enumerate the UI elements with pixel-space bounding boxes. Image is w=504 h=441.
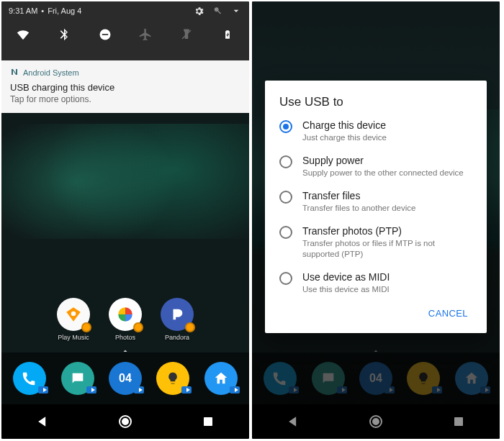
radio-icon[interactable] — [279, 226, 292, 239]
usb-option-midi[interactable]: Use device as MIDI Use this device as MI… — [279, 271, 472, 295]
qs-wifi-icon[interactable] — [14, 26, 32, 43]
notification-title: USB charging this device — [10, 82, 240, 93]
notification-shade-header[interactable]: 9:31 AM • Fri, Aug 4 — [1, 1, 249, 60]
dock-calendar-icon[interactable]: 04 — [109, 362, 142, 395]
option-title: Transfer files — [302, 190, 415, 201]
usb-option-ptp[interactable]: Transfer photos (PTP) Transfer photos or… — [279, 225, 472, 260]
android-n-icon — [10, 66, 19, 79]
notification-card[interactable]: Android System USB charging this device … — [1, 60, 249, 113]
qs-battery-icon[interactable] — [219, 26, 236, 43]
option-title: Charge this device — [302, 119, 387, 131]
option-title: Transfer photos (PTP) — [302, 225, 472, 237]
radio-icon[interactable] — [279, 272, 292, 285]
radio-icon[interactable] — [279, 191, 292, 204]
usb-option-supply-power[interactable]: Supply power Supply power to the other c… — [279, 155, 472, 178]
dock-ideas-icon[interactable] — [156, 362, 189, 395]
nav-home-icon[interactable] — [115, 412, 135, 432]
svg-rect-1 — [102, 34, 107, 35]
option-title: Supply power — [302, 155, 464, 166]
aurora — [1, 124, 249, 239]
settings-gear-icon[interactable] — [194, 6, 204, 17]
cancel-button[interactable]: CANCEL — [424, 302, 472, 324]
notification-subtitle: Tap for more options. — [10, 94, 240, 104]
expand-chevron-icon[interactable] — [230, 5, 242, 17]
qs-dnd-icon[interactable] — [96, 26, 114, 43]
app-pandora[interactable]: Pandora — [161, 298, 194, 341]
option-subtitle: Transfer files to another device — [302, 203, 415, 214]
phone-right: 9:31 04 Use USB to Charge this device Ju… — [252, 1, 500, 439]
svg-point-5 — [122, 419, 128, 424]
status-time: 9:31 AM — [9, 6, 37, 15]
radio-icon[interactable] — [279, 155, 292, 168]
wrench-icon — [213, 6, 222, 15]
usb-option-charge[interactable]: Charge this device Just charge this devi… — [279, 119, 472, 143]
dock-home-icon[interactable] — [204, 362, 238, 395]
calendar-day: 04 — [119, 372, 132, 385]
dock: 04 — [1, 353, 249, 404]
navigation-bar — [1, 404, 249, 439]
qs-bluetooth-icon[interactable] — [55, 26, 73, 43]
home-app-row: Play Music Photos Pandora — [1, 298, 249, 341]
svg-point-3 — [71, 312, 76, 317]
nav-recents-icon[interactable] — [198, 412, 218, 432]
quick-settings-row — [1, 20, 249, 43]
usb-option-transfer-files[interactable]: Transfer files Transfer files to another… — [279, 190, 472, 214]
qs-flashlight-icon[interactable] — [178, 26, 195, 43]
notification-app-name: Android System — [23, 68, 79, 77]
phone-left: 9:31 AM • Fri, Aug 4 — [1, 1, 249, 439]
status-bar: 9:31 AM • Fri, Aug 4 — [1, 1, 249, 20]
dock-phone-icon[interactable] — [13, 362, 46, 395]
status-separator: • — [41, 6, 44, 15]
svg-rect-6 — [204, 417, 212, 426]
option-subtitle: Use this device as MIDI — [302, 284, 390, 295]
app-photos[interactable]: Photos — [109, 298, 142, 341]
qs-airplane-icon[interactable] — [137, 26, 154, 43]
option-subtitle: Supply power to the other connected devi… — [302, 168, 464, 178]
dialog-title: Use USB to — [279, 95, 472, 109]
usb-dialog: Use USB to Charge this device Just charg… — [265, 81, 487, 333]
option-subtitle: Just charge this device — [302, 132, 387, 143]
app-label: Play Music — [58, 334, 89, 341]
nav-back-icon[interactable] — [32, 412, 53, 432]
option-title: Use device as MIDI — [302, 271, 390, 283]
radio-icon[interactable] — [279, 120, 292, 133]
option-subtitle: Transfer photos or files if MTP is not s… — [302, 238, 472, 260]
dock-messages-icon[interactable] — [61, 362, 94, 395]
app-play-music[interactable]: Play Music — [57, 298, 90, 341]
app-label: Photos — [115, 334, 135, 341]
app-label: Pandora — [165, 334, 189, 341]
status-date: Fri, Aug 4 — [48, 6, 81, 15]
